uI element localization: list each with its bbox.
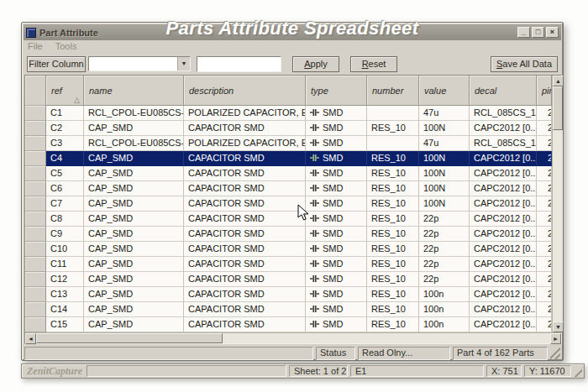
title-bar[interactable]: Part Attribute _ □ × bbox=[24, 24, 561, 40]
cell-number[interactable] bbox=[367, 106, 419, 121]
cell-type[interactable]: SMD bbox=[306, 196, 367, 212]
cell-number[interactable]: RES_10 bbox=[367, 257, 419, 272]
horizontal-scrollbar[interactable]: ◄ ► bbox=[25, 332, 561, 343]
cell-description[interactable]: POLARIZED CAPACITOR, EU... bbox=[184, 136, 306, 151]
table-row[interactable]: C15 CAP_SMD CAPACITOR SMD SMD RES_10 100… bbox=[25, 317, 552, 332]
cell-value[interactable]: 22p bbox=[419, 227, 470, 242]
row-selector[interactable] bbox=[25, 302, 46, 317]
cell-description[interactable]: POLARIZED CAPACITOR, EU... bbox=[184, 106, 306, 121]
row-selector[interactable] bbox=[25, 181, 46, 196]
cell-ref[interactable]: C5 bbox=[46, 166, 84, 181]
cell-value[interactable]: 100N bbox=[419, 121, 470, 136]
cell-type[interactable]: SMD bbox=[306, 302, 367, 317]
cell-description[interactable]: CAPACITOR SMD bbox=[184, 212, 306, 227]
table-row[interactable]: C12 CAP_SMD CAPACITOR SMD SMD RES_10 22p… bbox=[25, 272, 552, 287]
row-selector-header[interactable] bbox=[25, 76, 46, 106]
table-row[interactable]: C10 CAP_SMD CAPACITOR SMD SMD RES_10 22p… bbox=[25, 242, 552, 257]
cell-ref[interactable]: C1 bbox=[46, 106, 84, 121]
cell-pin[interactable]: 2 bbox=[537, 257, 552, 272]
cell-number[interactable]: RES_10 bbox=[367, 302, 419, 317]
cell-pin[interactable]: 2 bbox=[537, 317, 552, 332]
cell-pin[interactable]: 2 bbox=[537, 166, 552, 181]
cell-value[interactable]: 100n bbox=[419, 287, 470, 302]
cell-name[interactable]: CAP_SMD bbox=[84, 181, 184, 196]
row-selector[interactable] bbox=[25, 121, 46, 136]
close-button[interactable]: × bbox=[546, 27, 559, 38]
cell-value[interactable]: 22p bbox=[419, 242, 470, 257]
col-header-type[interactable]: type bbox=[306, 76, 367, 106]
row-selector[interactable] bbox=[25, 151, 46, 166]
col-header-number[interactable]: number bbox=[367, 76, 419, 106]
cell-type[interactable]: SMD bbox=[306, 272, 367, 287]
cell-number[interactable]: RES_10 bbox=[367, 181, 419, 196]
cell-decal[interactable]: CAPC2012 [0... bbox=[470, 151, 537, 166]
cell-decal[interactable]: CAPC2012 [0... bbox=[470, 121, 537, 136]
cell-description[interactable]: CAPACITOR SMD bbox=[184, 257, 306, 272]
cell-type[interactable]: SMD bbox=[306, 257, 367, 272]
cell-pin[interactable]: 2 bbox=[537, 212, 552, 227]
cell-decal[interactable]: CAPC2012 [0... bbox=[470, 317, 537, 332]
table-row[interactable]: C11 CAP_SMD CAPACITOR SMD SMD RES_10 22p… bbox=[25, 257, 552, 272]
cell-number[interactable]: RES_10 bbox=[367, 212, 419, 227]
cell-number[interactable] bbox=[367, 136, 419, 151]
cell-name[interactable]: CAP_SMD bbox=[84, 212, 184, 227]
cell-number[interactable]: RES_10 bbox=[367, 121, 419, 136]
table-row[interactable]: C14 CAP_SMD CAPACITOR SMD SMD RES_10 100… bbox=[25, 302, 552, 317]
cell-value[interactable]: 22p bbox=[419, 257, 470, 272]
filter-value-input[interactable] bbox=[197, 56, 281, 72]
cell-ref[interactable]: C13 bbox=[46, 287, 84, 302]
cell-value[interactable]: 100n bbox=[419, 317, 470, 332]
cell-number[interactable]: RES_10 bbox=[367, 242, 419, 257]
cell-ref[interactable]: C14 bbox=[46, 302, 84, 317]
filter-column-select[interactable]: ▼ bbox=[88, 56, 191, 71]
cell-name[interactable]: CAP_SMD bbox=[84, 196, 184, 212]
menu-file[interactable]: File bbox=[28, 41, 43, 55]
cell-ref[interactable]: C2 bbox=[46, 121, 84, 136]
cell-ref[interactable]: C10 bbox=[46, 242, 84, 257]
cell-pin[interactable]: 2 bbox=[537, 272, 552, 287]
cell-name[interactable]: CAP_SMD bbox=[84, 227, 184, 242]
table-row[interactable]: C1 RCL_CPOL-EU085CS-1... POLARIZED CAPAC… bbox=[25, 106, 552, 121]
cell-number[interactable]: RES_10 bbox=[367, 227, 419, 242]
cell-description[interactable]: CAPACITOR SMD bbox=[184, 317, 306, 332]
table-row[interactable]: C5 CAP_SMD CAPACITOR SMD SMD RES_10 100N… bbox=[25, 166, 552, 181]
cell-description[interactable]: CAPACITOR SMD bbox=[184, 151, 306, 166]
cell-ref[interactable]: C3 bbox=[46, 136, 84, 151]
scroll-right-icon[interactable]: ► bbox=[550, 333, 561, 344]
cell-type[interactable]: SMD bbox=[306, 106, 367, 121]
apply-button[interactable]: Apply bbox=[292, 56, 339, 72]
menu-tools[interactable]: Tools bbox=[55, 41, 77, 55]
cell-number[interactable]: RES_10 bbox=[367, 151, 419, 166]
cell-value[interactable]: 22p bbox=[419, 272, 470, 287]
row-selector[interactable] bbox=[25, 242, 46, 257]
cell-name[interactable]: RCL_CPOL-EU085CS-1... bbox=[84, 136, 184, 151]
cell-number[interactable]: RES_10 bbox=[367, 196, 419, 212]
cell-number[interactable]: RES_10 bbox=[367, 272, 419, 287]
cell-pin[interactable]: 2 bbox=[537, 151, 552, 166]
cell-number[interactable]: RES_10 bbox=[367, 166, 419, 181]
table-row[interactable]: C7 CAP_SMD CAPACITOR SMD SMD RES_10 100N… bbox=[25, 196, 552, 212]
cell-pin[interactable]: 2 bbox=[537, 196, 552, 212]
scroll-left-icon[interactable]: ◄ bbox=[25, 333, 36, 344]
cell-description[interactable]: CAPACITOR SMD bbox=[184, 166, 306, 181]
cell-number[interactable]: RES_10 bbox=[367, 317, 419, 332]
row-selector[interactable] bbox=[25, 287, 46, 302]
table-row[interactable]: C3 RCL_CPOL-EU085CS-1... POLARIZED CAPAC… bbox=[25, 136, 552, 151]
horizontal-scrollbar-thumb[interactable] bbox=[36, 333, 223, 343]
chevron-down-icon[interactable]: ▼ bbox=[177, 57, 190, 71]
cell-name[interactable]: RCL_CPOL-EU085CS-1... bbox=[84, 106, 184, 121]
cell-name[interactable]: CAP_SMD bbox=[84, 242, 184, 257]
scroll-down-icon[interactable]: ▼ bbox=[553, 321, 564, 332]
table-row[interactable]: C9 CAP_SMD CAPACITOR SMD SMD RES_10 22p … bbox=[25, 227, 552, 242]
row-selector[interactable] bbox=[25, 136, 46, 151]
cell-ref[interactable]: C8 bbox=[46, 212, 84, 227]
cell-pin[interactable]: 2 bbox=[537, 287, 552, 302]
cell-decal[interactable]: RCL_085CS_1... bbox=[470, 136, 537, 151]
cell-ref[interactable]: C15 bbox=[46, 317, 84, 332]
vertical-scrollbar-track[interactable] bbox=[553, 130, 563, 321]
cell-pin[interactable]: 2 bbox=[537, 106, 552, 121]
row-selector[interactable] bbox=[25, 227, 46, 242]
vertical-scrollbar[interactable]: ▲ ▼ bbox=[552, 76, 563, 332]
col-header-value[interactable]: value bbox=[419, 76, 470, 106]
cell-name[interactable]: CAP_SMD bbox=[84, 166, 184, 181]
